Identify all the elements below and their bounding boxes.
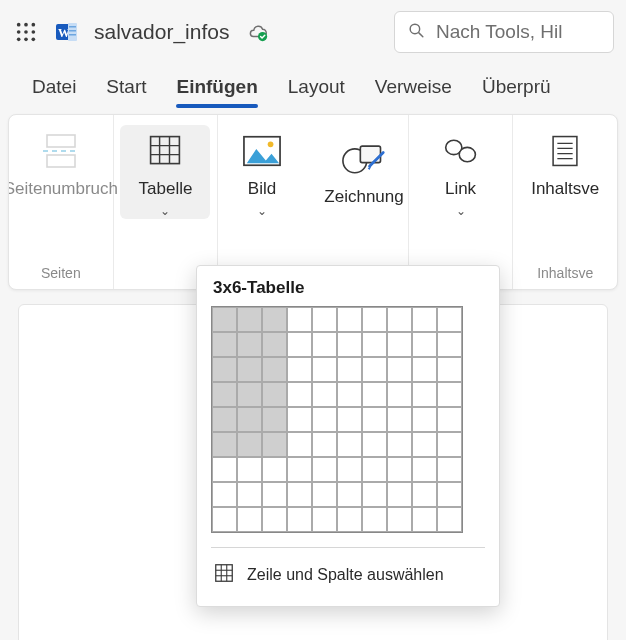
table-grid-cell[interactable] [262,507,287,532]
table-grid-cell[interactable] [237,407,262,432]
select-row-column-button[interactable]: Zeile und Spalte auswählen [211,558,485,592]
table-grid-cell[interactable] [287,457,312,482]
table-grid-cell[interactable] [412,357,437,382]
search-box[interactable]: Nach Tools, Hil [394,11,614,53]
table-grid-cell[interactable] [287,507,312,532]
table-grid-cell[interactable] [387,332,412,357]
table-size-grid[interactable] [211,306,463,533]
table-grid-cell[interactable] [387,407,412,432]
table-grid-cell[interactable] [437,507,462,532]
tab-verweise[interactable]: Verweise [375,70,452,108]
table-grid-cell[interactable] [387,307,412,332]
table-grid-cell[interactable] [287,357,312,382]
table-grid-cell[interactable] [287,332,312,357]
table-grid-cell[interactable] [362,432,387,457]
table-grid-cell[interactable] [237,307,262,332]
table-grid-cell[interactable] [262,457,287,482]
table-grid-cell[interactable] [312,507,337,532]
table-grid-cell[interactable] [437,332,462,357]
tabelle-button[interactable]: Tabelle⌄ [120,125,210,219]
table-grid-cell[interactable] [437,357,462,382]
table-grid-cell[interactable] [337,307,362,332]
table-grid-cell[interactable] [312,432,337,457]
tab-überprü[interactable]: Überprü [482,70,551,108]
table-grid-cell[interactable] [337,357,362,382]
table-grid-cell[interactable] [362,357,387,382]
table-grid-cell[interactable] [337,382,362,407]
table-grid-cell[interactable] [262,382,287,407]
table-grid-cell[interactable] [262,407,287,432]
table-grid-cell[interactable] [237,507,262,532]
table-grid-cell[interactable] [212,307,237,332]
table-grid-cell[interactable] [312,357,337,382]
table-grid-cell[interactable] [312,482,337,507]
table-grid-cell[interactable] [287,432,312,457]
table-grid-cell[interactable] [437,432,462,457]
bild-button[interactable]: Bild⌄ [217,125,307,219]
table-grid-cell[interactable] [212,432,237,457]
table-grid-cell[interactable] [262,357,287,382]
table-grid-cell[interactable] [412,457,437,482]
table-grid-cell[interactable] [212,357,237,382]
table-grid-cell[interactable] [262,307,287,332]
inhaltsve-button[interactable]: Inhaltsve [520,125,610,203]
table-grid-cell[interactable] [337,482,362,507]
table-grid-cell[interactable] [362,482,387,507]
table-grid-cell[interactable] [412,507,437,532]
app-launcher-icon[interactable] [12,18,40,46]
table-grid-cell[interactable] [212,507,237,532]
table-grid-cell[interactable] [337,332,362,357]
table-grid-cell[interactable] [312,307,337,332]
tab-start[interactable]: Start [106,70,146,108]
table-grid-cell[interactable] [337,432,362,457]
table-grid-cell[interactable] [287,307,312,332]
table-grid-cell[interactable] [287,482,312,507]
table-grid-cell[interactable] [412,482,437,507]
table-grid-cell[interactable] [362,332,387,357]
table-grid-cell[interactable] [437,307,462,332]
tab-datei[interactable]: Datei [32,70,76,108]
table-grid-cell[interactable] [237,457,262,482]
table-grid-cell[interactable] [212,457,237,482]
table-grid-cell[interactable] [212,482,237,507]
table-grid-cell[interactable] [387,357,412,382]
table-grid-cell[interactable] [262,432,287,457]
table-grid-cell[interactable] [412,382,437,407]
table-grid-cell[interactable] [437,457,462,482]
table-grid-cell[interactable] [387,457,412,482]
tab-layout[interactable]: Layout [288,70,345,108]
table-grid-cell[interactable] [437,482,462,507]
table-grid-cell[interactable] [412,432,437,457]
table-grid-cell[interactable] [362,307,387,332]
table-grid-cell[interactable] [312,407,337,432]
table-grid-cell[interactable] [362,507,387,532]
table-grid-cell[interactable] [387,482,412,507]
table-grid-cell[interactable] [362,457,387,482]
table-grid-cell[interactable] [237,382,262,407]
link-button[interactable]: Link⌄ [416,125,506,219]
table-grid-cell[interactable] [262,482,287,507]
table-grid-cell[interactable] [312,332,337,357]
table-grid-cell[interactable] [337,507,362,532]
table-grid-cell[interactable] [237,482,262,507]
table-grid-cell[interactable] [237,432,262,457]
tab-einfügen[interactable]: Einfügen [176,70,257,108]
table-grid-cell[interactable] [387,382,412,407]
table-grid-cell[interactable] [312,457,337,482]
zeichnung-button[interactable]: Zeichnung [319,125,409,219]
table-grid-cell[interactable] [412,407,437,432]
cloud-sync-icon[interactable] [247,21,269,43]
table-grid-cell[interactable] [212,382,237,407]
table-grid-cell[interactable] [412,332,437,357]
table-grid-cell[interactable] [212,332,237,357]
table-grid-cell[interactable] [387,432,412,457]
table-grid-cell[interactable] [262,332,287,357]
table-grid-cell[interactable] [337,457,362,482]
table-grid-cell[interactable] [212,407,237,432]
table-grid-cell[interactable] [412,307,437,332]
table-grid-cell[interactable] [312,382,337,407]
table-grid-cell[interactable] [337,407,362,432]
table-grid-cell[interactable] [362,382,387,407]
table-grid-cell[interactable] [387,507,412,532]
table-grid-cell[interactable] [437,407,462,432]
